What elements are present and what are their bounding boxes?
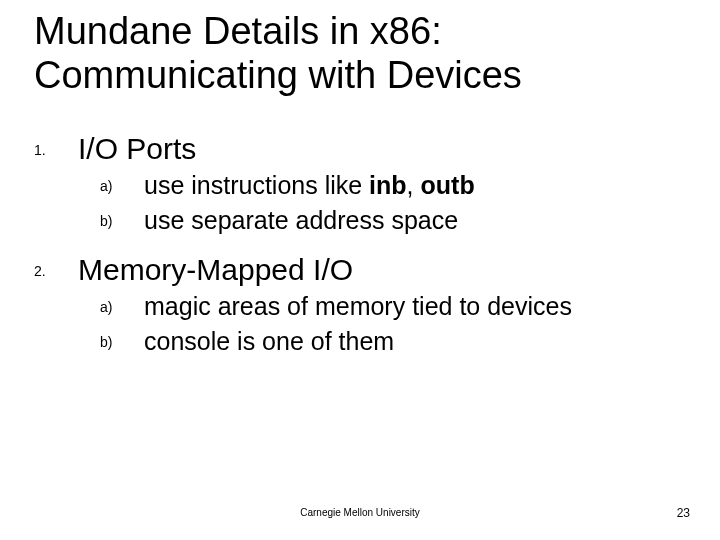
sublist-text: console is one of them [144,326,394,357]
sublist-item: b) console is one of them [100,326,674,357]
sublist-number: a) [100,170,144,201]
bold-text: inb [369,171,407,199]
sublist-item: a) magic areas of memory tied to devices [100,291,674,322]
slide-body: 1. I/O Ports a) use instructions like in… [34,126,674,357]
footer-center: Carnegie Mellon University [0,507,720,518]
sublist-text: magic areas of memory tied to devices [144,291,572,322]
list-item: 2. Memory-Mapped I/O [34,253,674,287]
list-text: Memory-Mapped I/O [78,253,353,287]
list-number: 2. [34,253,78,287]
list-item: 1. I/O Ports [34,132,674,166]
sublist-text: use separate address space [144,205,458,236]
sublist-number: b) [100,205,144,236]
page-number: 23 [677,506,690,520]
text-span: use instructions like [144,171,369,199]
sublist-item: b) use separate address space [100,205,674,236]
sublist-item: a) use instructions like inb, outb [100,170,674,201]
slide-title: Mundane Details in x86: Communicating wi… [34,10,674,97]
sublist-number: b) [100,326,144,357]
list-text: I/O Ports [78,132,196,166]
list-number: 1. [34,132,78,166]
slide: Mundane Details in x86: Communicating wi… [0,0,720,540]
sublist-number: a) [100,291,144,322]
bold-text: outb [421,171,475,199]
text-span: , [407,171,421,199]
sublist-text: use instructions like inb, outb [144,170,475,201]
